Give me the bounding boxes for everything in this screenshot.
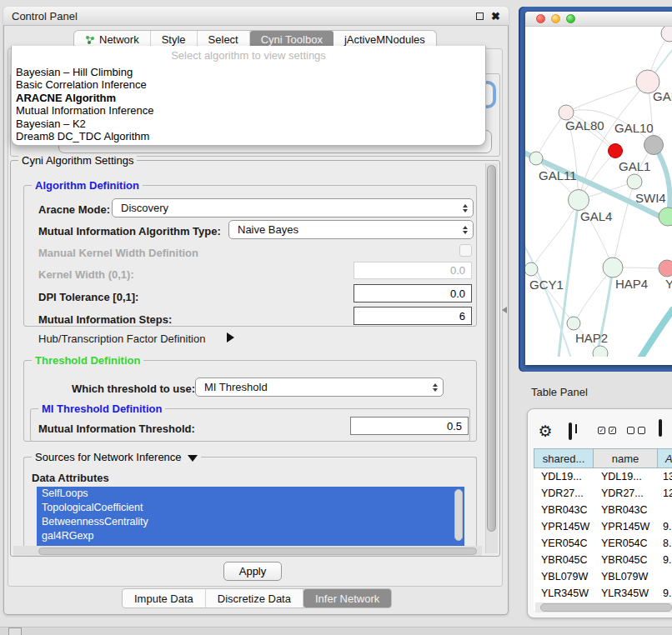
tab-infer-network[interactable]: Infer Network	[303, 589, 391, 608]
close-panel-icon[interactable]: ✖	[491, 12, 500, 20]
export-table-icon[interactable]	[659, 421, 662, 436]
mi-steps-field[interactable]: 6	[354, 307, 472, 325]
column-header-partial[interactable]: A	[658, 448, 672, 468]
cell-value: 9.	[658, 554, 672, 566]
attribute-item-selected[interactable]: SelfLoops	[37, 487, 464, 501]
deselect-all-columns-icon[interactable]	[627, 427, 645, 434]
cell-name: YBR045C	[594, 554, 658, 566]
bottom-left-mini-button[interactable]	[8, 628, 22, 635]
apply-button[interactable]: Apply	[223, 562, 282, 581]
cell-shared-name: YDL19...	[534, 471, 594, 482]
attributes-scrollbar-thumb[interactable]	[454, 489, 463, 541]
node-label: GAL80	[565, 118, 604, 132]
mi-threshold-field[interactable]: 0.5	[350, 417, 469, 435]
mi-type-label: Mutual Information Algorithm Type:	[38, 225, 221, 238]
table-body[interactable]: YDL19... YDL19... 13 YDR27... YDR27... 1…	[534, 468, 672, 610]
cell-name: YDR27...	[594, 488, 658, 499]
table-row[interactable]: YLR345W YLR345W 9.	[534, 585, 672, 602]
settings-vscrollbar-thumb[interactable]	[487, 165, 496, 532]
dropdown-item[interactable]: Mutual Information Inference	[12, 104, 485, 117]
tab-label: Style	[162, 33, 186, 46]
data-attributes-list[interactable]: SelfLoops TopologicalCoefficient Between…	[37, 487, 464, 546]
network-graph: GAL GAL80 GAL10 GAL11 GAL1 SWI4 GAL4 GCY…	[525, 27, 672, 357]
mi-steps-label: Mutual Information Steps:	[38, 313, 172, 326]
mac-zoom-button[interactable]	[566, 14, 575, 23]
column-header-label: A	[665, 452, 672, 465]
kernel-width-label: Kernel Width (0,1):	[38, 268, 134, 281]
cell-value: 8.	[658, 538, 672, 549]
cell-name: YBL079W	[594, 571, 658, 582]
column-header-label: shared...	[543, 452, 585, 465]
select-all-columns-icon[interactable]: ✓✓	[598, 427, 616, 434]
attribute-item-selected[interactable]: TopologicalCoefficient	[37, 501, 464, 515]
network-canvas[interactable]: GAL GAL80 GAL10 GAL11 GAL1 SWI4 GAL4 GCY…	[525, 27, 672, 357]
mi-threshold-label: Mutual Information Threshold:	[38, 422, 195, 435]
cell-value: 13	[658, 471, 672, 482]
aracne-mode-combo[interactable]: Discovery	[112, 198, 474, 218]
table-hscrollbar-thumb[interactable]	[540, 603, 672, 612]
tab-label: Impute Data	[134, 592, 193, 605]
table-row[interactable]: YER054C YER054C 8.	[534, 535, 672, 552]
float-window-icon[interactable]	[476, 12, 484, 20]
table-row[interactable]: YBL079W YBL079W	[534, 568, 672, 585]
network-window-titlebar[interactable]	[525, 12, 672, 27]
settings-hscrollbar-thumb[interactable]	[38, 548, 477, 555]
tab-label: Network	[99, 33, 139, 46]
splitter-collapse-arrow-icon[interactable]	[502, 307, 507, 313]
combo-stepper-icon	[458, 204, 473, 212]
kernel-width-field[interactable]: 0.0	[354, 262, 472, 279]
which-threshold-value: MI Threshold	[204, 381, 268, 393]
dropdown-item[interactable]: Dream8 DC_TDC Algorithm	[12, 130, 485, 142]
column-header-shared-name[interactable]: shared...	[534, 448, 594, 468]
cell-shared-name: YPR145W	[534, 521, 594, 532]
app-root: { "colors": { "selection_blue": "#3E6FD3…	[0, 0, 672, 635]
aracne-mode-value: Discovery	[121, 202, 168, 214]
combo-stepper-icon	[428, 383, 443, 392]
mi-type-combo[interactable]: Naive Bayes	[228, 220, 474, 239]
attribute-item-selected[interactable]: gal4RGexp	[37, 529, 464, 543]
cell-value: 9.	[658, 588, 672, 599]
tab-discretize-data[interactable]: Discretize Data	[206, 589, 303, 608]
table-row[interactable]: YBR043C YBR043C	[534, 502, 672, 518]
tab-label: Discretize Data	[218, 592, 291, 605]
dpi-tolerance-field[interactable]: 0.0	[354, 284, 472, 302]
table-row[interactable]: YBR045C YBR045C 9.	[534, 552, 672, 568]
which-threshold-label: Which threshold to use:	[72, 382, 195, 395]
combo-stepper-icon	[458, 226, 473, 234]
sources-group-title: Sources for Network Inference	[32, 451, 201, 463]
hub-expand-arrow-icon[interactable]	[227, 332, 234, 342]
column-header-name[interactable]: name	[594, 448, 658, 468]
manual-kernel-checkbox[interactable]	[459, 244, 472, 257]
table-columns-icon[interactable]	[569, 424, 572, 439]
network-tab-icon	[85, 35, 95, 45]
table-row[interactable]: YDR27... YDR27... 12	[534, 485, 672, 502]
dropdown-item[interactable]: Basic Correlation Inference	[12, 78, 485, 91]
algorithm-dropdown-popup: Select algorithm to view settings Bayesi…	[11, 46, 486, 146]
table-row[interactable]: YDL19... YDL19... 13	[534, 468, 672, 485]
attribute-item-selected[interactable]: BetweennessCentrality	[37, 515, 464, 529]
sources-collapse-arrow-icon[interactable]	[188, 455, 198, 462]
dropdown-prompt: Select algorithm to view settings	[12, 46, 485, 62]
mi-threshold-value: 0.5	[447, 420, 462, 432]
dropdown-item[interactable]: Bayesian – K2	[12, 118, 485, 130]
mi-type-value: Naive Bayes	[238, 223, 298, 236]
which-threshold-combo[interactable]: MI Threshold	[195, 378, 444, 397]
tab-label: Cyni Toolbox	[261, 33, 323, 46]
mac-close-button[interactable]	[536, 14, 545, 23]
dropdown-item-selected[interactable]: ARACNE Algorithm	[12, 92, 485, 104]
control-panel-titlebar[interactable]: Control Panel ✖	[3, 7, 509, 26]
sources-title-text: Sources for Network Inference	[35, 451, 182, 463]
mac-minimize-button[interactable]	[551, 14, 560, 23]
tab-impute-data[interactable]: Impute Data	[123, 589, 206, 608]
dpi-tolerance-value: 0.0	[450, 288, 465, 300]
table-header-row: shared... name A	[534, 448, 672, 468]
manual-kernel-label: Manual Kernel Width Definition	[38, 247, 198, 259]
dropdown-item[interactable]: Bayesian – Hill Climbing	[12, 66, 485, 78]
cell-name: YBR043C	[594, 504, 658, 516]
node-label: GAL11	[539, 168, 577, 182]
app-bottom-strip	[0, 627, 672, 635]
table-row[interactable]: YPR145W YPR145W 9.	[534, 518, 672, 535]
cell-value: 9.	[658, 521, 672, 532]
cell-shared-name: YBR043C	[534, 504, 594, 516]
table-settings-gear-icon[interactable]: ⚙	[537, 422, 554, 440]
